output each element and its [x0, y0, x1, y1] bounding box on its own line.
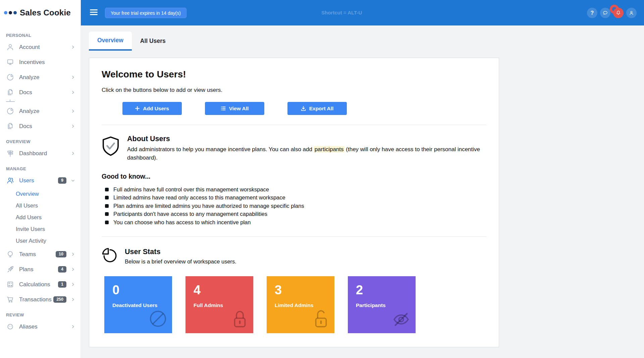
trial-notice-button[interactable]: Your free trial expires in 14 day(s): [105, 8, 186, 18]
square-bullet-icon: [105, 196, 109, 199]
sidebar-item-analyze-personal[interactable]: Analyze: [0, 70, 80, 85]
view-all-button[interactable]: View All: [205, 102, 264, 115]
stat-tile-participants: 2 Participants: [348, 276, 416, 333]
chevron-right-icon: [71, 324, 75, 329]
chevron-right-icon: [71, 297, 75, 302]
user-stats-header: User Stats Below is a brief overview of …: [102, 246, 486, 266]
action-buttons: Add Users View All Export All: [122, 102, 486, 115]
sidebar-item-label: Transactions: [19, 296, 52, 303]
chat-button[interactable]: [600, 8, 610, 18]
sidebar-item-account[interactable]: Account: [0, 40, 80, 55]
chevron-right-icon: [71, 109, 75, 113]
documents-icon: [6, 88, 15, 97]
monitor-icon: [6, 58, 15, 66]
account-button[interactable]: [626, 8, 637, 18]
divider: [102, 125, 486, 125]
sidebar-subitem-add-users[interactable]: Add Users: [0, 212, 80, 223]
chevron-right-icon: [71, 252, 75, 256]
page-title: Welcome to Users!: [102, 69, 486, 80]
calculator-icon: [6, 280, 15, 289]
sidebar-item-label: Dashboard: [19, 150, 47, 157]
sidebar-item-dashboard[interactable]: Dashboard: [0, 146, 80, 161]
plus-icon: [135, 106, 140, 111]
sidebar-item-plans[interactable]: Plans 4: [0, 262, 80, 277]
sidebar-item-aliases[interactable]: Aliases: [0, 319, 80, 334]
main-content: Overview All Users Welcome to Users! Cli…: [81, 25, 644, 358]
brand-logo[interactable]: Sales Cookie: [0, 0, 80, 25]
section-label-overview: OVERVIEW: [6, 139, 80, 144]
notifications-button[interactable]: [613, 8, 624, 18]
brand-dots-icon: [4, 11, 17, 14]
shield-check-icon: [102, 136, 120, 162]
sidebar-item-label: Docs: [19, 89, 32, 96]
pie-chart-icon: [6, 107, 15, 115]
globe-icon: [6, 250, 15, 258]
sidebar-item-docs-personal[interactable]: Docs: [0, 85, 80, 100]
sidebar-subitem-all-users[interactable]: All Users: [0, 200, 80, 212]
question-mark-icon: ?: [591, 10, 594, 16]
export-all-button[interactable]: Export All: [287, 102, 347, 115]
about-users-section: About Users Add administrators to help y…: [102, 135, 486, 162]
stat-label: Deactivated Users: [112, 302, 172, 308]
user-icon: [6, 43, 15, 51]
bell-icon: [615, 10, 621, 16]
user-stats-subtitle: Below is a brief overview of workspace u…: [125, 258, 236, 265]
tab-overview[interactable]: Overview: [89, 32, 132, 51]
brand-dot-2: [9, 11, 12, 14]
transactions-count-badge: 250: [53, 296, 66, 303]
hamburger-menu-icon[interactable]: [90, 9, 98, 15]
sidebar-item-incentives[interactable]: Incentives: [0, 55, 80, 70]
chevron-right-icon: [71, 282, 75, 287]
sidebar-item-label: Teams: [19, 251, 36, 258]
brand-dot-3: [13, 11, 17, 14]
add-users-button[interactable]: Add Users: [122, 102, 182, 115]
teams-count-badge: 10: [56, 251, 66, 257]
sidebar-item-docs-workspace[interactable]: Docs: [0, 119, 80, 134]
sidebar-item-users[interactable]: Users 9: [0, 173, 80, 188]
page-subtitle: Click on the buttons below to add or vie…: [102, 87, 486, 94]
divider: [102, 236, 486, 237]
sidebar-item-label: Aliases: [19, 323, 38, 330]
pie-chart-icon: [102, 247, 118, 266]
square-bullet-icon: [105, 188, 109, 191]
sidebar-item-label: Users: [19, 177, 34, 184]
lock-closed-icon: [230, 308, 250, 331]
sidebar-item-analyze-workspace[interactable]: Analyze: [0, 104, 80, 119]
chat-bubble-icon: [602, 10, 608, 16]
sidebar-item-teams[interactable]: Teams 10: [0, 247, 80, 262]
sidebar-item-transactions[interactable]: Transactions 250: [0, 292, 80, 307]
chevron-down-icon: [71, 178, 75, 183]
sidebar-item-label: Plans: [19, 266, 34, 273]
list-icon: [221, 106, 226, 111]
stat-tile-limited-admins: 3 Limited Admins: [267, 276, 334, 333]
square-bullet-icon: [105, 221, 109, 224]
stat-label: Full Admins: [194, 302, 253, 308]
sidebar-subitem-invite-users[interactable]: Invite Users: [0, 223, 80, 235]
highlighted-term: participants: [314, 146, 344, 153]
sidebar-item-label: Analyze: [19, 108, 39, 115]
sidebar-nav: PERSONAL Account Incentives Analy: [0, 25, 80, 334]
list-item: Limited admins have read only access to …: [105, 194, 486, 202]
topbar: Your free trial expires in 14 day(s) Sho…: [81, 0, 644, 25]
cart-icon: [6, 295, 15, 304]
section-label-personal: PERSONAL: [6, 33, 80, 38]
brand-name: Sales Cookie: [20, 8, 71, 17]
stat-value: 2: [356, 283, 416, 297]
square-bullet-icon: [105, 204, 109, 208]
chevron-right-icon: [71, 124, 75, 128]
section-label-review: REVIEW: [6, 312, 80, 317]
brand-dot-1: [4, 11, 7, 14]
ban-icon: [148, 308, 168, 331]
rocket-icon: [6, 265, 15, 274]
sidebar-subitem-overview[interactable]: Overview: [0, 188, 80, 200]
download-icon: [301, 106, 306, 111]
stat-label: Limited Admins: [275, 302, 334, 308]
topbar-actions: ?: [587, 8, 637, 18]
tab-all-users[interactable]: All Users: [132, 32, 174, 51]
calculations-count-badge: 1: [58, 281, 66, 288]
sidebar-subitem-user-activity[interactable]: User Activity: [0, 235, 80, 247]
sidebar-item-calculations[interactable]: Calculations 1: [0, 277, 80, 292]
help-button[interactable]: ?: [587, 8, 597, 18]
pie-chart-icon: [6, 73, 15, 81]
sidebar-item-label: Account: [19, 44, 40, 51]
